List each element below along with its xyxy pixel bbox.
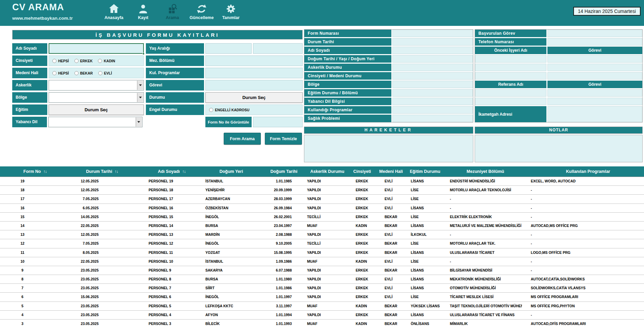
chevron-down-icon[interactable] [137,93,143,102]
table-cell: 12.05.2025 [51,177,122,185]
marital-option-evli[interactable]: EVLİ [98,71,112,75]
table-cell: 6.07.1988 [258,266,296,275]
language-select[interactable] [48,117,142,127]
detail-field-value [392,81,473,88]
table-cell: EVLİ [374,204,403,212]
table-cell: PERSONEL 10 [122,257,180,266]
sort-icon[interactable]: ↑↓ [115,169,118,174]
table-cell: YAPILDI [296,195,345,203]
gender-label: Cinsiyeti [12,55,47,66]
name-input[interactable] [49,43,144,54]
table-row[interactable]: 1912.05.2025PERSONEL 19İSTANBUL1.01.1985… [0,177,644,186]
marital-option-hepsi[interactable]: HEPSİ [52,71,69,75]
table-cell: AUTOCAD,OFİS PROGRAMLARI [522,320,644,326]
table-cell: 8.05.2025 [51,248,122,257]
marital-option-bekar[interactable]: BEKAR [74,71,93,75]
table-row[interactable]: 118.05.2025PERSONEL 11YOZGAT15.08.1995YA… [0,248,644,257]
form-no-input[interactable] [253,117,303,127]
table-cell: LİSE [403,239,442,248]
education-select-button[interactable]: Durum Seç [49,104,144,115]
table-cell: 9 [0,266,51,275]
table-cell: İSTANBUL [180,177,258,185]
reference-role-cell [547,98,642,105]
table-cell: 6 [0,293,51,301]
table-cell: 23.05.2025 [51,311,122,319]
table-row[interactable]: 923.05.2025PERSONEL 9SAKARYA6.07.1988YAP… [0,266,644,275]
nav-item-anasayfa[interactable]: Anasayfa [102,2,126,20]
table-cell: 23.05.2025 [51,284,122,292]
cv-arama-app: CV ARAMA www.mehmetbaykan.com.tr Anasayf… [0,0,644,326]
nav-item-tanimlar[interactable]: Tanımlar [219,2,243,20]
department-input[interactable] [205,55,303,66]
table-row[interactable]: 1422.05.2025PERSONEL 14BURSA23.04.1997MU… [0,222,644,230]
table-row[interactable]: 1514.05.2025PERSONEL 15İNEGÖL26.02.2001T… [0,213,644,222]
table-row[interactable]: 523.05.2025PERSONEL 5LEFKOŞA KKTC3.11.19… [0,302,644,311]
age-max-input[interactable] [253,43,303,54]
nav-item-kayit[interactable]: Kayıt [131,2,155,20]
form-search-button[interactable]: Form Arama [224,133,261,145]
table-row[interactable]: 1812.05.2025PERSONEL 18YENİŞEHİR20.09.19… [0,186,644,195]
gender-option-erkek[interactable]: ERKEK [74,59,93,63]
column-header-durum-tarihi[interactable]: Durum Tarihi↑↓ [51,166,122,177]
chevron-down-icon[interactable] [136,117,142,127]
chevron-down-icon[interactable] [137,81,143,90]
table-row[interactable]: 1312.05.2025PERSONEL 13MARDİN2.08.1988YA… [0,230,644,239]
column-header-form-no[interactable]: Form No↑↓ [0,166,51,177]
column-header-adi-soyadi[interactable]: Adı Soyadı↑↓ [122,166,180,177]
nav-item-guncelleme[interactable]: Güncelleme [190,2,214,20]
form-row: Eğitim Durum Seç Engel Durumu ENGELLİ KA… [12,104,303,115]
form-clear-button[interactable]: Form Temizle [265,133,302,145]
disability-radio-group: ENGELLİ KADROSU [205,104,303,115]
column-header-cinsiyeti: Cinsiyeti [345,166,374,177]
table-cell: YENİŞEHİR [180,186,258,194]
region-select[interactable] [49,92,144,103]
table-row[interactable]: 177.05.2025PERSONEL 17AZERBAYCAN28.03.19… [0,195,644,203]
table-cell: 16 [0,204,51,212]
role-input[interactable] [205,80,303,91]
table-cell: 26.02.2001 [258,213,296,221]
military-select[interactable] [49,80,144,91]
disability-option-engelli[interactable]: ENGELLİ KADROSU [209,108,250,112]
column-header-mezuniyet-bolumu: Mezuniyet Bölümü [442,166,522,177]
programs-input[interactable] [205,68,303,78]
form-row: Medeni Hali HEPSİ BEKAR EVLİ [12,68,303,78]
status-select-button[interactable]: Durum Seç [205,92,303,103]
refresh-icon [197,2,207,14]
table-row[interactable]: 723.05.2025PERSONEL 7SİİRT1.01.1986YAPIL… [0,284,644,293]
table-row[interactable]: 127.05.2025PERSONEL 12İNEGÖL9.10.2005TEC… [0,239,644,248]
table-cell: 13 [0,230,51,239]
table-cell: LİSANS [403,266,442,275]
table-row[interactable]: 323.05.2025PERSONEL 3BİLECİK1.01.1993MUA… [0,320,644,326]
table-cell: 14.05.2025 [51,213,122,221]
table-cell: YAPILDI [296,204,345,212]
table-cell: YAPILDI [296,275,345,283]
gender-option-kadin[interactable]: KADIN [98,59,115,63]
detail-field-label: Sağlık Problemi [304,115,391,122]
table-row[interactable]: 166.05.2025PERSONEL 16ÖZBEKİSTAN26.09.19… [0,204,644,213]
table-cell: MOTORLU ARAÇLAR TEK. [442,239,522,248]
age-min-input[interactable] [205,43,252,54]
phone-value [547,38,642,46]
education-label: Eğitim [12,104,47,115]
table-cell: 7.05.2025 [51,239,122,248]
table-cell: YAPILDI [296,311,345,319]
table-row[interactable]: 615.06.2025PERSONEL 6İNEGÖL1.01.1997YAPI… [0,293,644,301]
table-cell: 22.05.2025 [51,257,122,266]
table-row[interactable]: 423.05.2025PERSONEL 4AFYON1.01.1994YAPIL… [0,311,644,320]
gear-icon [226,2,236,14]
table-row[interactable]: 823.05.2025PERSONEL 8BURSA1.01.1980YAPIL… [0,275,644,284]
table-cell: MUAF [296,257,345,266]
table-cell: BEKAR [374,248,403,257]
table-cell: - [442,204,522,212]
nav-item-arama[interactable]: Arama [160,2,184,20]
form-row: Askerlik Görevi [12,80,303,91]
table-cell: PERSONEL 9 [122,266,180,275]
gender-option-hepsi[interactable]: HEPSİ [52,59,69,63]
sort-icon[interactable]: ↑↓ [43,169,47,174]
radio-icon [74,71,79,75]
table-row[interactable]: 1022.05.2025PERSONEL 10İSTANBUL1.09.1986… [0,257,644,266]
table-cell: LİSANS [403,177,442,185]
department-label: Mez. Bölümü [146,55,204,66]
selection-handle[interactable] [142,53,145,55]
table-cell: YAPILDI [296,248,345,257]
